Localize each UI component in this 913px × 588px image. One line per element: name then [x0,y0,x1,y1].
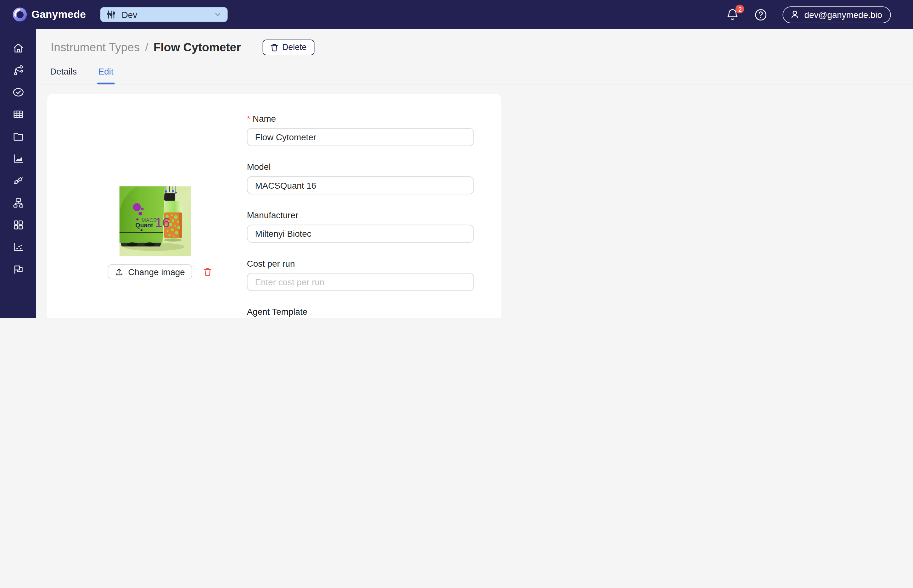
remove-image-trash-icon[interactable] [203,267,212,277]
breadcrumb-separator: / [145,40,148,54]
breadcrumb-current: Flow Cytometer [154,40,241,54]
user-menu-button[interactable]: dev@ganymede.bio [783,6,891,23]
main-content: Instrument Types / Flow Cytometer Delete… [36,29,913,318]
table-icon[interactable] [12,108,24,120]
instrument-image-column: MACS Quant 16 Change image [47,94,247,318]
sliders-icon [107,10,116,19]
left-sidebar [0,29,36,318]
area-chart-icon[interactable] [12,152,24,165]
change-image-label: Change image [128,267,185,277]
breadcrumb-parent[interactable]: Instrument Types [51,40,140,54]
agent-template-label: Agent Template [247,306,474,317]
name-input[interactable] [247,128,474,146]
flag-icon[interactable] [12,263,24,275]
user-email: dev@ganymede.bio [805,10,882,19]
model-label: Model [247,161,474,172]
user-icon [790,10,800,19]
required-asterisk: * [247,113,251,124]
change-image-button[interactable]: Change image [108,264,192,279]
manufacturer-input[interactable] [247,225,474,242]
name-label: *Name [247,113,474,124]
delete-button[interactable]: Delete [262,39,314,55]
notifications-button[interactable]: 2 [727,8,739,21]
plug-icon[interactable] [12,174,24,187]
upload-icon [115,267,124,276]
environment-value: Dev [122,10,137,19]
quant-text: Quant [135,222,153,229]
sixteen-text: 16 [155,215,170,230]
tab-bar: Details Edit [36,63,913,84]
tab-edit[interactable]: Edit [97,63,115,84]
page-header: Instrument Types / Flow Cytometer Delete [51,37,913,57]
brand-name: Ganymede [31,8,86,21]
folder-icon[interactable] [12,131,24,143]
ganymede-logo-icon [12,7,28,22]
apps-grid-icon[interactable] [12,219,24,231]
question-circle-icon[interactable] [755,8,767,21]
manufacturer-label: Manufacturer [247,209,474,220]
home-icon[interactable] [12,42,24,54]
tab-details[interactable]: Details [49,63,78,84]
sitemap-icon[interactable] [12,197,24,209]
delete-button-label: Delete [282,42,307,52]
cost-per-run-label: Cost per run [247,258,474,269]
git-branch-icon[interactable] [12,64,24,76]
chevron-down-icon [214,11,221,18]
brand: Ganymede [12,7,86,22]
trash-icon [270,43,278,52]
notification-badge: 2 [736,5,745,13]
edit-form-card: MACS Quant 16 Change image [47,94,502,318]
instrument-image: MACS Quant 16 [119,186,191,256]
app-root: Ganymede Dev [0,0,913,318]
model-input[interactable] [247,176,474,194]
environment-select[interactable]: Dev [100,7,227,22]
form-fields-column: *Name Model Manufacturer Cost per run [247,94,474,318]
top-navbar: Ganymede Dev [0,0,913,29]
check-oval-icon[interactable] [12,86,24,99]
navbar-right: 2 dev@ganymede.bio [727,0,891,29]
scatter-chart-icon[interactable] [12,241,24,253]
cost-per-run-input[interactable] [247,273,474,291]
